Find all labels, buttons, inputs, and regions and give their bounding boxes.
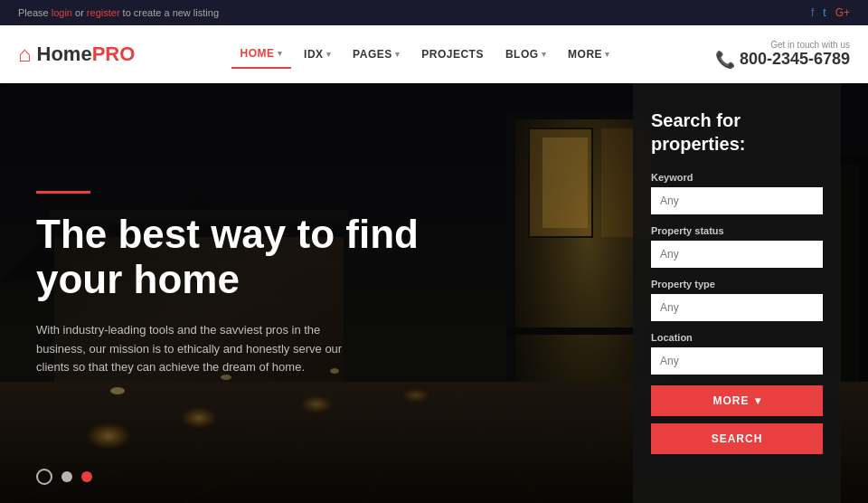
more-button[interactable]: MORE ▾	[651, 385, 823, 416]
notice-suffix: to create a new listing	[120, 7, 219, 18]
location-group: Location	[651, 332, 823, 375]
nav-projects[interactable]: PROJECTS	[412, 41, 493, 68]
type-input[interactable]	[651, 294, 823, 321]
slider-dots	[36, 469, 92, 485]
chevron-down-icon: ▾	[326, 50, 332, 59]
nav-idx[interactable]: IDX ▾	[295, 41, 340, 68]
chevron-down-icon: ▾	[395, 50, 401, 59]
nav-home[interactable]: HOME ▾	[231, 40, 292, 69]
hero-accent-line	[36, 191, 90, 194]
type-group: Property type	[651, 279, 823, 321]
facebook-icon[interactable]: f	[811, 6, 814, 19]
hero-title: The best way to find your home	[36, 212, 485, 303]
type-label: Property type	[651, 279, 823, 289]
googleplus-icon[interactable]: G+	[835, 6, 850, 19]
keyword-input[interactable]	[651, 187, 823, 214]
keyword-group: Keyword	[651, 172, 823, 214]
phone-number: 800-2345-6789	[740, 50, 850, 69]
search-panel: Search for properties: Keyword Property …	[633, 83, 841, 503]
chevron-down-icon: ▾	[278, 49, 283, 58]
twitter-icon[interactable]: t	[823, 6, 826, 19]
phone-icon: 📞	[715, 50, 735, 70]
chevron-down-icon: ▾	[755, 394, 761, 407]
contact-label: Get in touch with us	[715, 40, 850, 50]
chevron-down-icon: ▾	[542, 50, 547, 59]
status-label: Property status	[651, 225, 823, 236]
top-bar: Please login or register to create a new…	[0, 0, 868, 25]
register-link[interactable]: register	[87, 7, 120, 18]
hero-section: The best way to find your home With indu…	[0, 83, 868, 503]
hero-content: The best way to find your home With indu…	[0, 83, 521, 503]
top-bar-notice: Please login or register to create a new…	[18, 7, 219, 18]
slider-dot-2[interactable]	[61, 471, 72, 482]
notice-prefix: Please	[18, 7, 52, 18]
chevron-down-icon: ▾	[605, 50, 610, 59]
location-input[interactable]	[651, 347, 823, 375]
search-button[interactable]: SEARCH	[651, 423, 823, 454]
slider-dot-3[interactable]	[81, 471, 92, 482]
logo-pro: PRO	[92, 43, 136, 65]
nav-blog[interactable]: BLOG ▾	[496, 41, 555, 68]
logo-home: Home	[37, 43, 92, 65]
login-link[interactable]: login	[52, 7, 72, 18]
contact-phone[interactable]: 📞 800-2345-6789	[715, 50, 850, 70]
slider-dot-1[interactable]	[36, 469, 52, 485]
house-icon: ⌂	[18, 42, 32, 67]
hero-subtitle: With industry-leading tools and the savv…	[36, 321, 362, 377]
main-nav: HOME ▾ IDX ▾ PAGES ▾ PROJECTS BLOG ▾ MOR…	[231, 40, 619, 69]
social-icons: f t G+	[811, 6, 850, 19]
logo-text: HomePRO	[37, 43, 136, 66]
keyword-label: Keyword	[651, 172, 823, 183]
header: ⌂ HomePRO HOME ▾ IDX ▾ PAGES ▾ PROJECTS …	[0, 25, 868, 83]
nav-more[interactable]: MORE ▾	[559, 41, 619, 68]
location-label: Location	[651, 332, 823, 343]
search-panel-title: Search for properties:	[651, 109, 823, 156]
notice-middle: or	[72, 7, 87, 18]
status-input[interactable]	[651, 241, 823, 268]
logo[interactable]: ⌂ HomePRO	[18, 42, 135, 67]
nav-pages[interactable]: PAGES ▾	[344, 41, 409, 68]
contact-info: Get in touch with us 📞 800-2345-6789	[715, 40, 850, 70]
status-group: Property status	[651, 225, 823, 268]
